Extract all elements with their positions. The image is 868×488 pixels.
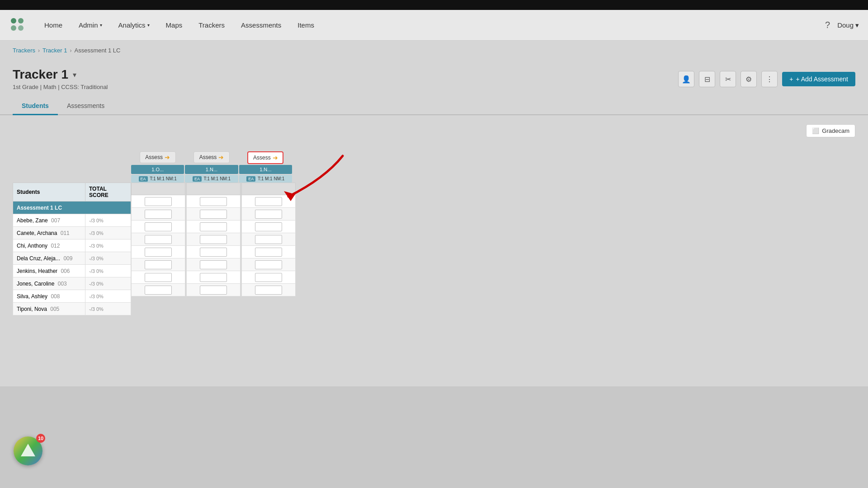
list-item: [132, 195, 185, 208]
score-input[interactable]: [255, 286, 282, 295]
list-item: [187, 208, 241, 221]
top-black-bar: [0, 0, 868, 10]
score-input[interactable]: [145, 286, 172, 295]
list-item: [242, 208, 296, 221]
nav-items[interactable]: Items: [289, 10, 322, 41]
list-item: [132, 233, 185, 246]
score-input[interactable]: [200, 286, 227, 295]
assess-button-1[interactable]: Assess ➜: [140, 151, 176, 163]
assess-button-2[interactable]: Assess ➜: [193, 151, 230, 163]
student-score: -/3 0%: [85, 252, 131, 265]
nav-analytics[interactable]: Analytics ▾: [110, 10, 158, 41]
score-input[interactable]: [255, 222, 282, 231]
score-input[interactable]: [145, 197, 172, 206]
nav-maps[interactable]: Maps: [158, 10, 191, 41]
assess-data-table-1: [131, 183, 185, 296]
ea-badge-3: EA: [246, 176, 255, 182]
page-title-dropdown-icon[interactable]: ▾: [73, 70, 76, 79]
assess-data-table-3: [241, 183, 296, 296]
breadcrumb-current: Assessment 1 LC: [75, 47, 121, 54]
table-row: Jenkins, Heather 006 -/3 0%: [13, 265, 131, 277]
scissors-icon-btn[interactable]: ✂: [720, 71, 736, 87]
assess-data-col-3: [241, 183, 296, 315]
score-input[interactable]: [255, 210, 282, 219]
assess-arrow-icon-3: ➜: [273, 154, 278, 161]
logo[interactable]: [9, 16, 25, 34]
score-input[interactable]: [200, 260, 227, 269]
sub-header-1: EA T:1 M:1 NM:1: [131, 175, 184, 183]
student-name: Dela Cruz, Aleja... 009: [13, 252, 85, 265]
list-item: [132, 221, 185, 233]
score-input[interactable]: [200, 248, 227, 257]
nav-right: ? Doug ▾: [825, 20, 859, 30]
analytics-chevron-icon: ▾: [147, 23, 150, 28]
header-actions: 👤 ⊟ ✂ ⚙ ⋮ + + Add Assessment: [678, 67, 855, 87]
tab-assessments[interactable]: Assessments: [58, 98, 113, 115]
score-input[interactable]: [145, 260, 172, 269]
gear-icon: ⚙: [745, 75, 752, 84]
assessment-header-cell: Assessment 1 LC: [13, 202, 131, 214]
user-menu[interactable]: Doug ▾: [837, 21, 859, 29]
page-subtitle: 1st Grade | Math | CCSS: Traditional: [13, 82, 108, 98]
assess-arrow-icon-2: ➜: [218, 154, 224, 161]
score-input[interactable]: [200, 235, 227, 244]
bottom-widget[interactable]: 10: [14, 436, 42, 465]
more-icon-btn[interactable]: ⋮: [761, 71, 778, 87]
page-header: Tracker 1 ▾ 1st Grade | Math | CCSS: Tra…: [0, 60, 868, 98]
breadcrumb-trackers[interactable]: Trackers: [13, 47, 35, 54]
add-assessment-button[interactable]: + + Add Assessment: [782, 72, 855, 86]
score-input[interactable]: [255, 248, 282, 257]
table-container: Assess ➜ Assess ➜ Assess ➜: [13, 151, 293, 315]
score-input[interactable]: [200, 273, 227, 282]
breadcrumb-tracker1[interactable]: Tracker 1: [42, 47, 67, 54]
list-item: [187, 271, 241, 284]
score-input[interactable]: [200, 210, 227, 219]
score-input[interactable]: [200, 222, 227, 231]
nav-home[interactable]: Home: [36, 10, 71, 41]
help-icon[interactable]: ?: [825, 20, 830, 30]
score-input[interactable]: [145, 248, 172, 257]
score-input[interactable]: [145, 273, 172, 282]
list-item: [242, 271, 296, 284]
ea-badge-1: EA: [139, 176, 148, 182]
score-input[interactable]: [255, 197, 282, 206]
nav-trackers[interactable]: Trackers: [190, 10, 233, 41]
assess-data-table-2: [186, 183, 241, 296]
student-name: Jenkins, Heather 006: [13, 265, 85, 277]
list-item: [187, 258, 241, 271]
data-columns: [131, 183, 297, 315]
student-name: Abebe, Zane 007: [13, 214, 85, 227]
students-header: Students: [13, 183, 85, 202]
nav-admin[interactable]: Admin ▾: [71, 10, 110, 41]
assess-data-col-1: [131, 183, 185, 315]
person-icon: 👤: [682, 75, 691, 84]
person-icon-btn[interactable]: 👤: [678, 71, 694, 87]
list-item: [187, 221, 241, 233]
student-score: -/3 0%: [85, 303, 131, 315]
student-name: Canete, Archana 011: [13, 227, 85, 239]
columns-icon-btn[interactable]: ⊟: [699, 71, 715, 87]
score-input[interactable]: [255, 273, 282, 282]
gear-icon-btn[interactable]: ⚙: [741, 71, 757, 87]
assess-headers: Assess ➜ Assess ➜ Assess ➜: [131, 151, 293, 164]
table-row: Canete, Archana 011 -/3 0%: [13, 227, 131, 239]
score-input[interactable]: [145, 235, 172, 244]
gradecam-icon: ⬜: [812, 127, 819, 134]
tab-students[interactable]: Students: [13, 98, 58, 115]
score-input[interactable]: [255, 260, 282, 269]
tabs-bar: Students Assessments: [0, 98, 868, 115]
more-icon: ⋮: [766, 75, 773, 84]
gradecam-button[interactable]: ⬜ Gradecam: [806, 124, 855, 137]
list-item: [132, 208, 185, 221]
assess-button-3[interactable]: Assess ➜: [247, 151, 283, 164]
nav-items: Home Admin ▾ Analytics ▾ Maps Trackers A…: [36, 10, 825, 41]
breadcrumb-sep-1: ›: [38, 47, 40, 54]
table-row: Chi, Anthony 012 -/3 0%: [13, 239, 131, 252]
score-input[interactable]: [145, 210, 172, 219]
nav-assessments[interactable]: Assessments: [233, 10, 289, 41]
svg-point-2: [11, 25, 16, 31]
score-input[interactable]: [255, 235, 282, 244]
score-input[interactable]: [200, 197, 227, 206]
sub-header-row: EA T:1 M:1 NM:1 EA T:1 M:1 NM:1 EA T:1 M…: [131, 175, 293, 183]
score-input[interactable]: [145, 222, 172, 231]
